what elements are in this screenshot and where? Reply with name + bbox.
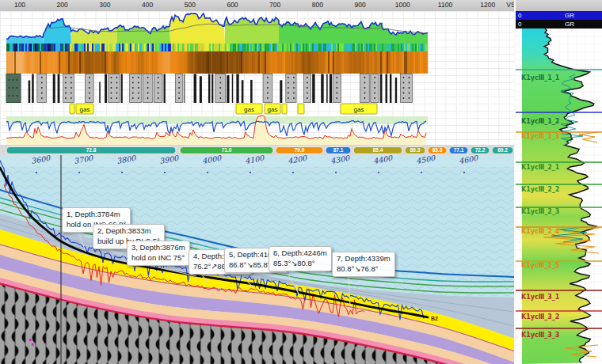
callout-depth-text: 3, Depth:3876m: [131, 243, 185, 253]
gr-type-log[interactable]: K1ycⅢ_1_1K1ycⅢ_1_2K1ycⅢ_1_3K1ycⅢ_2_1K1yc…: [516, 28, 602, 364]
gr-curve-name: GR: [565, 12, 574, 19]
log-tracks-svg[interactable]: gasgasgasgas72.871.079.987.185.486.385.3…: [0, 44, 515, 155]
ruler-tick-label: 800: [306, 1, 330, 9]
lithology-track: [6, 74, 413, 104]
gas-flag: [282, 104, 287, 114]
inclination-segment-value: 71.0: [222, 147, 232, 153]
callout-depth-text: 1, Depth:3784m: [67, 210, 126, 220]
vs-ruler: VS 1002003004005006007008009001000110012…: [0, 0, 602, 12]
formation-marker-label: K1ycⅢ_2_2: [521, 186, 559, 193]
formation-marker-label: K1ycⅢ_3_3: [521, 332, 559, 339]
ruler-tick-label: 1000: [391, 1, 414, 9]
annotation-callout-7[interactable]: 7, Depth:4339m80.8°↘76.8°: [332, 252, 395, 277]
vs-gr-curve-track[interactable]: [0, 11, 515, 44]
gas-flag: [70, 104, 74, 114]
inclination-segment-value: 77.1: [454, 147, 464, 153]
formation-marker-label: K1ycⅢ_2_1: [521, 164, 560, 171]
gr-header-blue[interactable]: 0 GR: [516, 11, 602, 20]
formation-marker-label: K1ycⅢ_2_3: [521, 208, 559, 215]
callout-depth-text: 7, Depth:4339m: [337, 254, 391, 264]
gr-scale-min: 0: [518, 12, 521, 19]
callout-depth-text: 2, Depth:3833m: [97, 226, 160, 237]
gas-flag-label: gas: [80, 106, 90, 113]
formation-marker-label: K1ycⅢ_3_1: [521, 294, 560, 301]
annotation-callout-3[interactable]: 3, Depth:3876mhold on INC 75°: [127, 241, 190, 266]
seismic-section-view[interactable]: B236003700380039004000410042004300440045…: [0, 155, 515, 364]
gr-header-black[interactable]: 0 GR: [516, 20, 602, 28]
inclination-segment-value: 85.3: [432, 147, 443, 153]
ruler-tick-label: 600: [221, 1, 245, 9]
callout-action-text: 85.3°↘80.8°: [273, 259, 327, 269]
formation-marker-label: K1ycⅢ_1_3: [521, 133, 559, 140]
callout-action-text: hold on INC 75°: [131, 253, 185, 264]
gas-flag-label: gas: [354, 106, 364, 113]
ruler-tick-label: 900: [349, 1, 372, 9]
formation-marker-label: K1ycⅢ_3_2: [521, 313, 559, 320]
ruler-tick-label: 200: [51, 1, 74, 9]
gr-scale-min-2: 0: [518, 21, 521, 28]
annotation-callout-6[interactable]: 6, Depth:4246m85.3°↘80.8°: [269, 246, 332, 271]
vs-ruler-unit-label: VS: [499, 1, 523, 9]
ruler-tick-label: 100: [8, 1, 32, 9]
ruler-tick-label: 1100: [433, 1, 457, 9]
callout-depth-text: 6, Depth:4246m: [273, 248, 327, 259]
inclination-segment-value: 87.1: [333, 147, 344, 153]
inclination-segment-value: 86.3: [410, 147, 421, 153]
gr-curve-name-2: GR: [565, 21, 574, 28]
ruler-tick-label: 500: [178, 1, 202, 9]
callout-action-text: 80.8°↘76.8°: [337, 264, 391, 275]
orange-log-burst-2: [579, 132, 598, 142]
formation-marker-label: K1ycⅢ_1_1: [521, 74, 560, 82]
gas-flag-label: gas: [268, 106, 278, 113]
vs-gr-fill: [44, 19, 71, 44]
gas-flag: [298, 104, 304, 114]
inclination-segment-value: 69.2: [497, 147, 508, 153]
ruler-tick-label: 300: [93, 1, 116, 9]
inclination-segment-value: 72.2: [475, 147, 486, 153]
geosteering-window: VS 1002003004005006007008009001000110012…: [0, 0, 602, 364]
inclination-segment-value: 85.4: [373, 147, 383, 153]
inclination-segment-value: 72.8: [86, 147, 97, 153]
formation-marker-label: K1ycⅢ_2_5: [521, 262, 560, 269]
gas-flag-row: gasgasgasgas: [70, 104, 377, 114]
inclination-segment-value: 79.9: [295, 147, 305, 153]
formation-marker-label: K1ycⅢ_2_4: [521, 228, 560, 235]
upper-log-tracks[interactable]: gasgasgasgas72.871.079.987.185.486.385.3…: [0, 11, 515, 155]
ruler-tick-label: 700: [263, 1, 287, 9]
gr-reference-panel[interactable]: 0 GR 0 GR K1ycⅢ_1_1K1ycⅢ_1_2K1ycⅢ_1_3K1y…: [516, 11, 602, 364]
annotation-layer: 1, Depth:3784mhold on INC 66.8°2, Depth:…: [0, 155, 515, 364]
formation-marker-label: K1ycⅢ_1_2: [521, 118, 559, 125]
ruler-tick-label: 400: [135, 1, 159, 9]
ruler-tick-label: 1200: [476, 1, 500, 9]
gas-flag-label: gas: [244, 106, 254, 113]
